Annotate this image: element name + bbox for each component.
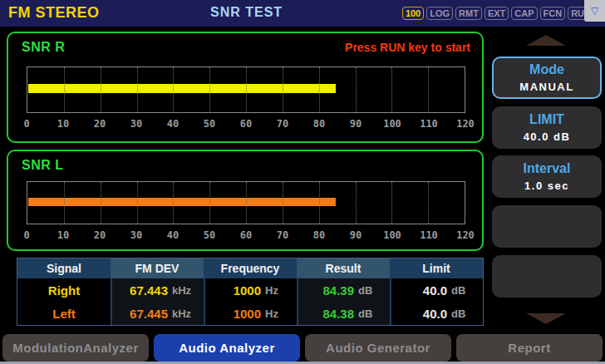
status-badge-log: LOG	[426, 7, 453, 20]
gridline	[356, 182, 357, 224]
limit-value: 40.0	[391, 283, 447, 298]
axis-tick-label: 30	[130, 229, 142, 241]
signal-cell: Right	[48, 283, 80, 298]
col-header-result: Result	[297, 258, 390, 278]
snr-r-x-axis: 0102030405060708090100110120	[27, 118, 465, 130]
frequency-value: 1000	[205, 307, 261, 321]
tab-audio-generator[interactable]: Audio Generator	[305, 334, 451, 362]
axis-tick-label: 120	[456, 118, 475, 130]
axis-tick-label: 100	[383, 118, 401, 130]
softkey-label: Mode	[529, 62, 564, 77]
axis-tick-label: 20	[94, 229, 106, 241]
axis-tick-label: 90	[350, 118, 362, 130]
softkey-limit[interactable]: LIMIT 40.0 dB	[492, 106, 602, 149]
snr-r-title: SNR R	[22, 40, 65, 55]
col-header-signal: Signal	[17, 258, 111, 278]
axis-tick-label: 110	[420, 118, 438, 130]
page-up-arrow-icon[interactable]	[526, 35, 566, 46]
snr-l-bar	[28, 198, 336, 206]
snr-l-bar-chart	[27, 181, 465, 224]
softkey-blank-2[interactable]	[492, 255, 602, 298]
instrument-mode-label: FM STEREO	[8, 4, 100, 22]
gridline	[246, 182, 247, 224]
col-header-frequency: Frequency	[204, 258, 297, 278]
frequency-value: 1000	[205, 283, 261, 298]
triangle-down-icon: ▽	[591, 5, 598, 17]
axis-tick-label: 10	[57, 229, 69, 241]
bottom-tab-bar: ModulationAnalyzer Audio Analyzer Audio …	[0, 334, 605, 362]
status-badges: 100 LOG RMT EXT CAP FCN RUN	[402, 7, 594, 20]
limit-unit: dB	[447, 284, 483, 297]
result-value: 84.39	[298, 283, 354, 298]
gridline	[428, 67, 429, 112]
axis-tick-label: 70	[277, 118, 288, 130]
fm-dev-value: 67.443	[112, 283, 168, 298]
gridline	[209, 67, 210, 112]
snr-r-bar	[28, 84, 336, 93]
col-header-fm-dev: FM DEV	[111, 258, 204, 278]
status-badge-ext: EXT	[484, 7, 509, 20]
gridline	[101, 67, 101, 112]
gridline	[64, 67, 65, 112]
fm-dev-unit: kHz	[168, 307, 204, 320]
page-title: SNR TEST	[210, 5, 283, 20]
axis-tick-label: 50	[204, 118, 215, 130]
gridline	[173, 182, 174, 224]
gridline	[391, 182, 392, 224]
gridline	[283, 182, 283, 224]
axis-tick-label: 10	[57, 118, 69, 130]
result-unit: dB	[354, 284, 390, 297]
collapse-panel-button[interactable]: ▽	[584, 0, 605, 22]
axis-tick-label: 60	[240, 229, 252, 241]
gridline	[391, 67, 392, 112]
signal-cell: Left	[52, 307, 76, 321]
tab-report[interactable]: Report	[456, 334, 603, 362]
axis-tick-label: 0	[23, 118, 29, 130]
softkey-blank-1[interactable]	[492, 205, 602, 248]
gridline	[246, 67, 247, 112]
softkey-mode[interactable]: Mode MANUAL	[492, 57, 602, 99]
page-down-arrow-icon[interactable]	[526, 313, 566, 324]
limit-unit: dB	[447, 307, 483, 320]
status-badge-fcn: FCN	[540, 7, 566, 20]
axis-tick-label: 30	[130, 118, 142, 130]
tab-modulation-analyzer[interactable]: ModulationAnalyzer	[2, 334, 149, 362]
snr-l-panel: SNR L 0102030405060708090100110120	[7, 150, 484, 251]
status-badge-cap: CAP	[511, 7, 537, 20]
run-prompt-message: Press RUN key to start	[345, 41, 470, 54]
axis-tick-label: 80	[313, 229, 325, 241]
gridline	[64, 182, 65, 224]
fm-dev-value: 67.445	[112, 307, 168, 321]
gridline	[101, 182, 101, 224]
axis-tick-label: 50	[204, 229, 215, 241]
result-unit: dB	[354, 307, 390, 320]
limit-value: 40.0	[391, 307, 447, 321]
snr-l-title: SNR L	[22, 158, 64, 173]
softkey-value: 40.0 dB	[524, 130, 571, 143]
axis-tick-label: 80	[313, 118, 325, 130]
axis-tick-label: 110	[420, 229, 438, 241]
status-bar: FM STEREO SNR TEST 100 LOG RMT EXT CAP F…	[0, 0, 605, 27]
axis-tick-label: 60	[240, 118, 252, 130]
axis-tick-label: 70	[277, 229, 288, 241]
gridline	[209, 182, 210, 224]
snr-r-bar-chart	[27, 66, 465, 113]
snr-r-panel: SNR R Press RUN key to start 01020304050…	[7, 32, 484, 143]
gridline	[356, 67, 357, 112]
frequency-unit: Hz	[261, 284, 297, 297]
col-header-limit: Limit	[390, 258, 483, 278]
axis-tick-label: 40	[167, 229, 179, 241]
softkey-label: LIMIT	[529, 112, 564, 127]
softkey-interval[interactable]: Interval 1.0 sec	[492, 155, 602, 198]
gridline	[283, 67, 283, 112]
axis-tick-label: 20	[94, 118, 106, 130]
table-header-row: Signal FM DEV Frequency Result Limit	[17, 258, 483, 278]
axis-tick-label: 120	[456, 229, 475, 241]
gridline	[137, 67, 138, 112]
table-row-left: Left 67.445kHz 1000Hz 84.38dB 40.0dB	[17, 302, 483, 325]
status-badge-100: 100	[402, 7, 424, 20]
results-table: Signal FM DEV Frequency Result Limit Rig…	[17, 258, 484, 326]
axis-tick-label: 90	[350, 229, 362, 241]
tab-audio-analyzer[interactable]: Audio Analyzer	[154, 334, 300, 362]
frequency-unit: Hz	[261, 307, 297, 320]
